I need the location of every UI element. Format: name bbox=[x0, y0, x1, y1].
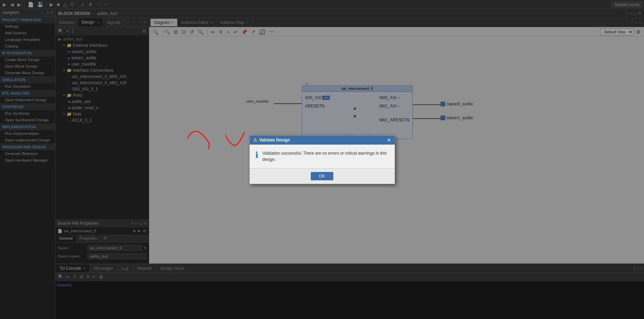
modal-title-text: Validate Design bbox=[259, 138, 290, 143]
modal-close-btn[interactable]: ✕ bbox=[387, 137, 391, 143]
modal-overlay: ⚠ Validate Design ✕ ℹ Validation success… bbox=[0, 0, 644, 319]
modal-message: Validation successful. There are no erro… bbox=[263, 150, 389, 163]
modal-title-row: ⚠ Validate Design bbox=[253, 137, 290, 143]
annotation-svg bbox=[180, 118, 250, 160]
modal-ok-btn[interactable]: OK bbox=[311, 172, 333, 180]
modal-body: ℹ Validation successful. There are no er… bbox=[250, 145, 395, 168]
modal-icon-header: ⚠ bbox=[253, 137, 257, 143]
modal-info-icon: ℹ bbox=[255, 150, 258, 160]
modal-footer: OK bbox=[250, 168, 395, 184]
modal-header: ⚠ Validate Design ✕ bbox=[250, 136, 395, 145]
validate-design-modal: ⚠ Validate Design ✕ ℹ Validation success… bbox=[249, 135, 395, 184]
